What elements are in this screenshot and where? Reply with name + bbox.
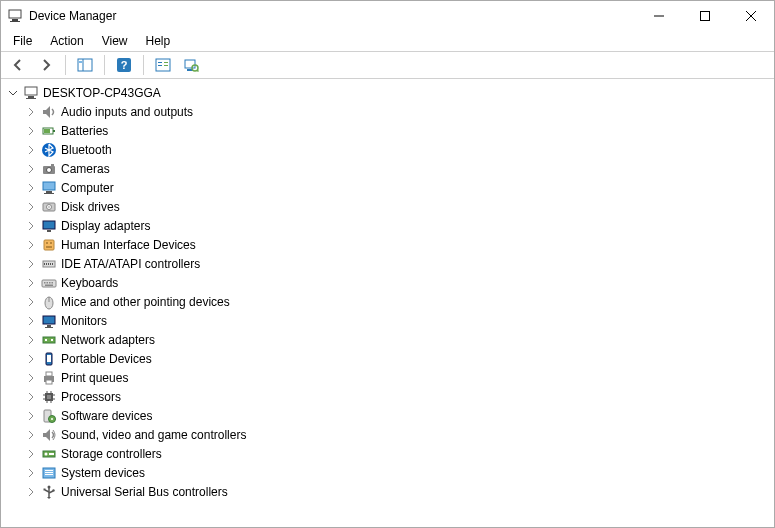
chevron-right-icon[interactable] — [25, 220, 37, 232]
computer-icon — [23, 85, 39, 101]
tree-category-label: Monitors — [61, 314, 107, 328]
tree-category-node[interactable]: Display adapters — [1, 216, 774, 235]
window-title: Device Manager — [29, 9, 116, 23]
battery-icon — [41, 123, 57, 139]
tree-category-node[interactable]: Universal Serial Bus controllers — [1, 482, 774, 501]
tree-category-label: Mice and other pointing devices — [61, 295, 230, 309]
device-tree[interactable]: DESKTOP-CP43GGA Audio inputs and outputs… — [1, 79, 774, 527]
tree-category-label: Portable Devices — [61, 352, 152, 366]
chevron-right-icon[interactable] — [25, 353, 37, 365]
chevron-right-icon[interactable] — [25, 296, 37, 308]
menu-action[interactable]: Action — [42, 32, 91, 50]
chevron-right-icon[interactable] — [25, 467, 37, 479]
scan-hardware-button[interactable] — [180, 54, 202, 76]
processor-icon — [41, 389, 57, 405]
computer-icon — [41, 180, 57, 196]
monitor-icon — [41, 313, 57, 329]
svg-rect-2 — [10, 21, 20, 22]
svg-rect-22 — [28, 96, 34, 98]
tree-category-node[interactable]: Computer — [1, 178, 774, 197]
chevron-right-icon[interactable] — [25, 486, 37, 498]
tree-category-node[interactable]: Mice and other pointing devices — [1, 292, 774, 311]
chevron-right-icon[interactable] — [25, 144, 37, 156]
app-icon — [7, 8, 23, 24]
chevron-right-icon[interactable] — [25, 163, 37, 175]
chevron-right-icon[interactable] — [25, 448, 37, 460]
back-button[interactable] — [7, 54, 29, 76]
chevron-down-icon[interactable] — [7, 87, 19, 99]
tree-category-node[interactable]: Keyboards — [1, 273, 774, 292]
svg-line-20 — [197, 70, 199, 72]
chevron-right-icon[interactable] — [25, 125, 37, 137]
menu-file[interactable]: File — [5, 32, 40, 50]
titlebar: Device Manager — [1, 1, 774, 31]
disk-icon — [41, 199, 57, 215]
chevron-right-icon[interactable] — [25, 372, 37, 384]
tree-category-node[interactable]: Audio inputs and outputs — [1, 102, 774, 121]
usb-icon — [41, 484, 57, 500]
tree-category-label: Cameras — [61, 162, 110, 176]
ide-icon — [41, 256, 57, 272]
svg-rect-7 — [78, 59, 92, 71]
chevron-right-icon[interactable] — [25, 410, 37, 422]
tree-root-node[interactable]: DESKTOP-CP43GGA — [1, 83, 774, 102]
svg-rect-14 — [158, 65, 162, 66]
chevron-right-icon[interactable] — [25, 391, 37, 403]
chevron-right-icon[interactable] — [25, 106, 37, 118]
tree-category-node[interactable]: Disk drives — [1, 197, 774, 216]
tree-category-label: Sound, video and game controllers — [61, 428, 246, 442]
svg-text:?: ? — [121, 59, 128, 71]
toolbar-separator — [143, 55, 144, 75]
svg-rect-23 — [26, 98, 36, 99]
minimize-button[interactable] — [636, 1, 682, 31]
tree-category-node[interactable]: Cameras — [1, 159, 774, 178]
tree-category-node[interactable]: Network adapters — [1, 330, 774, 349]
tree-category-node[interactable]: Print queues — [1, 368, 774, 387]
chevron-right-icon[interactable] — [25, 315, 37, 327]
maximize-button[interactable] — [682, 1, 728, 31]
properties-button[interactable] — [152, 54, 174, 76]
system-icon — [41, 465, 57, 481]
svg-rect-15 — [164, 62, 168, 63]
tree-category-node[interactable]: Storage controllers — [1, 444, 774, 463]
tree-category-label: Software devices — [61, 409, 152, 423]
close-button[interactable] — [728, 1, 774, 31]
chevron-right-icon[interactable] — [25, 277, 37, 289]
chevron-right-icon[interactable] — [25, 239, 37, 251]
forward-button[interactable] — [35, 54, 57, 76]
tree-category-node[interactable]: Sound, video and game controllers — [1, 425, 774, 444]
keyboard-icon — [41, 275, 57, 291]
menu-help[interactable]: Help — [138, 32, 179, 50]
svg-rect-9 — [79, 61, 82, 63]
toolbar: ? — [1, 51, 774, 79]
chevron-right-icon[interactable] — [25, 182, 37, 194]
tree-category-node[interactable]: Portable Devices — [1, 349, 774, 368]
menu-view[interactable]: View — [94, 32, 136, 50]
software-icon — [41, 408, 57, 424]
tree-category-node[interactable]: IDE ATA/ATAPI controllers — [1, 254, 774, 273]
chevron-right-icon[interactable] — [25, 201, 37, 213]
tree-category-label: Universal Serial Bus controllers — [61, 485, 228, 499]
tree-category-label: Human Interface Devices — [61, 238, 196, 252]
svg-rect-0 — [9, 10, 21, 18]
svg-rect-21 — [25, 87, 37, 95]
camera-icon — [41, 161, 57, 177]
display-icon — [41, 218, 57, 234]
tree-category-node[interactable]: System devices — [1, 463, 774, 482]
chevron-right-icon[interactable] — [25, 429, 37, 441]
tree-category-label: Audio inputs and outputs — [61, 105, 193, 119]
chevron-right-icon[interactable] — [25, 258, 37, 270]
tree-category-label: Storage controllers — [61, 447, 162, 461]
tree-category-node[interactable]: Software devices — [1, 406, 774, 425]
printer-icon — [41, 370, 57, 386]
tree-category-node[interactable]: Processors — [1, 387, 774, 406]
help-button[interactable]: ? — [113, 54, 135, 76]
tree-category-node[interactable]: Human Interface Devices — [1, 235, 774, 254]
chevron-right-icon[interactable] — [25, 334, 37, 346]
tree-category-label: Disk drives — [61, 200, 120, 214]
audio-icon — [41, 104, 57, 120]
tree-category-node[interactable]: Batteries — [1, 121, 774, 140]
tree-category-node[interactable]: Monitors — [1, 311, 774, 330]
show-hide-tree-button[interactable] — [74, 54, 96, 76]
tree-category-node[interactable]: Bluetooth — [1, 140, 774, 159]
